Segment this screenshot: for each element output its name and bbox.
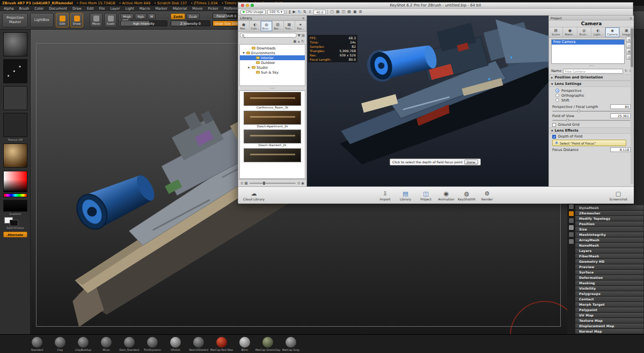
tool-subpalette-button[interactable]: Masking [575, 280, 643, 286]
split-view-icon[interactable]: ◫ [341, 10, 346, 14]
panel-splitter[interactable]: ••• [238, 86, 306, 90]
section-position-orientation[interactable]: ▶ Position and Orientation [549, 74, 634, 81]
camera-list-item[interactable]: Free Camera [552, 40, 624, 45]
material-item[interactable]: hPolish [170, 337, 181, 351]
material-sphere-thumbnail[interactable] [3, 143, 27, 168]
ribbon-button[interactable]: ▤ Library [396, 190, 416, 201]
material-item[interactable]: SketchShaded [193, 337, 204, 351]
paint-mode-button[interactable]: M [148, 13, 156, 19]
search-box[interactable] [240, 33, 297, 38]
filter-icon[interactable]: ▼ [298, 33, 301, 38]
library-tab[interactable]: ★ Fav... [295, 21, 306, 31]
tool-subpalette-button[interactable]: Layers [575, 248, 643, 254]
zbrush-mode-button[interactable]: Draw [70, 13, 83, 27]
project-tab[interactable]: ◐ Light... [591, 27, 605, 37]
project-tab[interactable]: ◍ Envir... [577, 27, 591, 37]
library-tab[interactable]: ▨ Bac... [273, 21, 284, 31]
material-item[interactable]: Blinn [239, 337, 251, 351]
radio-icon[interactable] [555, 98, 559, 102]
color-spectrum-strip[interactable] [3, 193, 27, 197]
zbrush-menu-item[interactable]: Marker [152, 6, 170, 11]
material-item[interactable]: Clay [54, 337, 66, 351]
tool-subpalette-button[interactable]: NanoMesh [575, 243, 643, 248]
tool-subpalette-button[interactable]: FiberMesh [575, 254, 643, 259]
environment-thumbnail[interactable]: Conference_Room_3k [244, 92, 301, 110]
camera-name-input[interactable]: Free Camera [563, 69, 623, 74]
zbrush-menu-item[interactable]: Macro [137, 6, 153, 11]
tool-subpalette-button[interactable]: Texture Map [575, 318, 643, 323]
ribbon-button[interactable]: ⇩ Import [375, 190, 396, 201]
up-folder-icon[interactable]: ▴ [298, 39, 299, 44]
lightbox-button[interactable]: LightBox [30, 13, 54, 27]
color-picker[interactable] [3, 171, 27, 192]
material-item[interactable]: MatCap Red Wax [216, 337, 228, 351]
tray-icon[interactable] [568, 211, 574, 217]
list-view-icon[interactable]: ▤ [347, 10, 352, 14]
maximize-button[interactable] [251, 4, 254, 7]
ribbon-button[interactable]: ⚙ Render [477, 190, 497, 201]
environment-thumbnail[interactable] [244, 148, 301, 166]
tool-subpalette-button[interactable]: Surface [575, 270, 643, 275]
close-button[interactable] [241, 4, 244, 7]
checkbox-checked-icon[interactable] [552, 135, 556, 139]
ribbon-button[interactable]: ◍ KeyShotVR [457, 190, 477, 201]
library-tab[interactable]: ◐ Colo... [250, 21, 261, 31]
tray-icon[interactable] [568, 218, 574, 224]
project-tab[interactable]: ● Mater... [563, 27, 577, 37]
folder-view-icon[interactable]: ▤ [302, 33, 305, 38]
scrollbar-thumb[interactable] [631, 28, 633, 67]
library-tree-item[interactable]: ▶ Studio [240, 65, 305, 70]
library-tree-item[interactable]: Sun & Sky [240, 70, 305, 75]
switch-color-widget[interactable] [3, 217, 27, 226]
zbrush-menu-item[interactable]: Brush [16, 6, 32, 11]
draw-size-slider[interactable]: Draw Size 104 [213, 20, 240, 26]
tool-subpalette-button[interactable]: ZRemesher [575, 211, 643, 216]
tool-subpalette-button[interactable]: Deformation [575, 275, 643, 280]
alpha-thumbnail[interactable] [3, 86, 27, 110]
lens-type-option[interactable]: Perspective [549, 88, 634, 93]
tool-subpalette-button[interactable]: DynaMesh [575, 205, 643, 211]
material-item[interactable]: Standard [31, 337, 43, 351]
zbrush-mode-button[interactable]: Move [90, 13, 103, 27]
zbrush-menu-item[interactable]: Material [170, 6, 189, 11]
reset-name-icon[interactable]: ↻ [625, 69, 627, 73]
library-tab[interactable]: ▦ Text... [284, 21, 295, 31]
material-item[interactable]: Dam_Standard [123, 337, 135, 351]
zbrush-menu-item[interactable]: Document [46, 6, 70, 11]
tool-subpalette-button[interactable]: Normal Map [575, 329, 643, 334]
library-tab[interactable]: ◍ Envi... [261, 21, 272, 31]
stroke-thumbnail[interactable] [3, 59, 27, 83]
focal-shift-slider[interactable]: Focal Shift 0 [213, 13, 240, 19]
z-intensity-slider[interactable]: Z Intensity 0 [171, 20, 210, 26]
grid-view-icon[interactable]: ▦ [244, 181, 247, 185]
ribbon-button[interactable]: ◫ Project [416, 190, 436, 201]
tree-expander-icon[interactable]: ▶ [247, 66, 251, 69]
close-icon[interactable]: × [302, 16, 305, 20]
panel-splitter[interactable]: ••• [549, 64, 634, 68]
render-viewport[interactable]: FPS: 68.3 Time: 24s Samples: 82 Tri [307, 16, 548, 186]
tool-subpalette-button[interactable]: MeshIntegrity [575, 232, 643, 237]
list-view-icon[interactable]: ≡ [240, 181, 243, 185]
alternate-button[interactable]: Alternate [3, 232, 27, 237]
paint-mode-button[interactable]: Rgb [135, 13, 147, 19]
refresh-icon[interactable]: ↻ [297, 10, 302, 14]
lens-type-option[interactable]: Orthographic [549, 93, 634, 98]
tool-subpalette-button[interactable]: Position [575, 221, 643, 227]
projection-master-button[interactable]: Projection Master [2, 13, 28, 27]
close-icon[interactable]: × [630, 16, 632, 20]
focal-length-input[interactable]: 80 [610, 104, 631, 109]
texture-thumbnail[interactable] [3, 113, 27, 137]
library-tree-item[interactable]: Outdoor [240, 60, 305, 65]
zbrush-menu-item[interactable]: Alpha [1, 6, 16, 11]
slider-handle[interactable] [263, 182, 265, 185]
done-button[interactable]: Done [464, 160, 478, 164]
gradient-swatch[interactable] [3, 200, 27, 212]
environment-thumbnail[interactable]: Dosch-Stairwell_2k [244, 129, 301, 147]
keyshot-titlebar[interactable]: KeyShot 6.2 Pro For ZBrush - untitled.bi… [238, 3, 633, 9]
tool-subpalette-button[interactable]: Geometry HD [575, 259, 643, 264]
material-item[interactable]: Move [100, 337, 112, 351]
tool-subpalette-button[interactable]: Size [575, 227, 643, 232]
zbrush-menu-item[interactable]: Edit [84, 6, 97, 11]
zbrush-menu-item[interactable]: Draw [70, 6, 84, 11]
tray-icon[interactable] [568, 204, 574, 210]
